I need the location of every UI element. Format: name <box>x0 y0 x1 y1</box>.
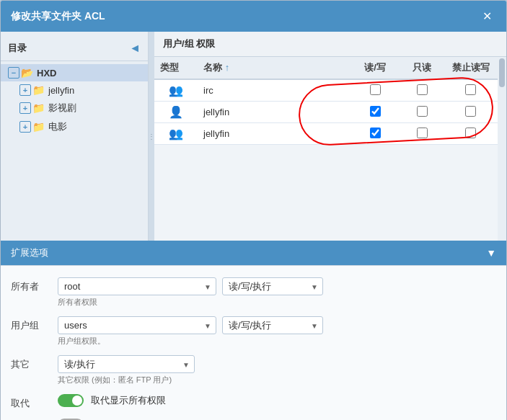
sidebar: 目录 ◄ − 📂 HXD + 📁 jellyfin + 📁 影视剧 <box>1 32 149 241</box>
replace-content: 取代显示所有权限 <box>58 394 496 407</box>
name-cell: irc <box>198 79 350 102</box>
scrollbar-thumb[interactable] <box>499 58 505 87</box>
tree-label-hxd: HXD <box>37 68 56 79</box>
nr-cell <box>444 79 498 102</box>
other-select-wrapper: 读/执行 读/写/执行 只读 禁止读写 <box>58 355 195 373</box>
table-row: 👥 irc <box>154 79 498 102</box>
group-permission-select[interactable]: 读/写/执行 读/写 只读 禁止读写 <box>222 316 323 334</box>
expand-icon-jellyfin[interactable]: + <box>19 84 31 96</box>
table-header-row: 类型 名称 ↑ 读/写 只读 禁止读写 <box>154 57 498 79</box>
expand-icon-yingshiju[interactable]: + <box>19 102 31 114</box>
tree-label-jellyfin: jellyfin <box>48 85 74 96</box>
tree-item-jellyfin[interactable]: + 📁 jellyfin <box>12 81 148 99</box>
tree-item-yingshiju[interactable]: + 📁 影视剧 <box>12 99 148 117</box>
ro-checkbox[interactable] <box>417 106 428 117</box>
owner-select[interactable]: root admin jellyfin <box>58 277 216 295</box>
options-section: 所有者 root admin jellyfin 读/写/执行 读/写 <box>1 265 506 420</box>
dialog-title: 修改共享文件夹 ACL <box>11 10 105 23</box>
ro-checkbox[interactable] <box>417 128 428 138</box>
tree-label-dianying: 电影 <box>48 120 67 133</box>
owner-select-row: root admin jellyfin 读/写/执行 读/写 只读 禁止读写 <box>58 277 496 295</box>
type-cell: 👥 <box>154 79 198 102</box>
group-content: users admin jellyfin 读/写/执行 读/写 只读 禁止读写 <box>58 316 496 347</box>
replace-row: 取代 取代显示所有权限 <box>1 390 506 414</box>
group-select-row: users admin jellyfin 读/写/执行 读/写 只读 禁止读写 <box>58 316 496 334</box>
rw-cell <box>350 102 400 123</box>
replace-toggle-label: 取代显示所有权限 <box>91 394 166 407</box>
type-cell: 👥 <box>154 123 198 145</box>
dialog-body: 目录 ◄ − 📂 HXD + 📁 jellyfin + 📁 影视剧 <box>1 32 506 241</box>
expand-icon-hxd[interactable]: − <box>8 67 19 79</box>
rw-cell <box>350 123 400 145</box>
sidebar-toggle-icon[interactable]: ◄ <box>129 42 141 55</box>
modify-acl-dialog: 修改共享文件夹 ACL ✕ 目录 ◄ − 📂 HXD + 📁 jellyfin <box>0 0 507 420</box>
group-label: 用户组 <box>11 316 50 332</box>
group-perm-select-wrapper: 读/写/执行 读/写 只读 禁止读写 <box>222 316 323 334</box>
owner-row: 所有者 root admin jellyfin 读/写/执行 读/写 <box>1 273 506 312</box>
sidebar-header-label: 目录 <box>8 42 27 55</box>
replace-label: 取代 <box>11 394 50 410</box>
group-icon: 👥 <box>169 84 183 97</box>
resize-handle[interactable]: ⋮ <box>149 32 154 241</box>
name-cell: jellyfin <box>198 123 350 145</box>
group-select-wrapper: users admin jellyfin <box>58 316 216 334</box>
type-cell: 👤 <box>154 102 198 123</box>
nr-cell <box>444 123 498 145</box>
folder-icon-jellyfin: 📁 <box>32 84 45 96</box>
scrollbar-track[interactable] <box>498 57 506 241</box>
nr-checkbox[interactable] <box>465 106 476 117</box>
group-sub-label: 用户组权限。 <box>58 336 496 347</box>
group-icon: 👥 <box>169 128 183 140</box>
table-row: 👤 jellyfin <box>154 102 498 123</box>
ro-cell <box>400 79 444 102</box>
close-button[interactable]: ✕ <box>478 8 496 24</box>
tree-label-yingshiju: 影视剧 <box>48 102 76 115</box>
owner-label: 所有者 <box>11 277 50 293</box>
owner-content: root admin jellyfin 读/写/执行 读/写 只读 禁止读写 <box>58 277 496 308</box>
tree-children: + 📁 jellyfin + 📁 影视剧 + 📁 电影 <box>1 81 148 136</box>
right-panel: 用户/组 权限 类型 名称 ↑ 读/写 <box>154 32 506 241</box>
col-read-only: 只读 <box>400 57 444 79</box>
acl-panel-header: 用户/组 权限 <box>154 32 506 57</box>
rw-checkbox[interactable] <box>370 128 381 138</box>
folder-icon-dianying: 📁 <box>32 121 45 133</box>
nr-checkbox[interactable] <box>465 128 476 138</box>
rw-cell <box>350 79 400 102</box>
owner-sub-label: 所有者权限 <box>58 297 496 308</box>
recursive-row: 递归 将权限应用到文件与子文件夹 <box>1 414 506 420</box>
other-select[interactable]: 读/执行 读/写/执行 只读 禁止读写 <box>58 355 195 373</box>
col-name: 名称 ↑ <box>198 57 350 79</box>
group-row: 用户组 users admin jellyfin 读/写/执行 读/写 <box>1 312 506 351</box>
rw-checkbox[interactable] <box>370 84 381 95</box>
rw-checkbox[interactable] <box>370 106 381 117</box>
other-sub-label: 其它权限 (例如：匿名 FTP 用户) <box>58 375 496 385</box>
expand-icon-dianying[interactable]: + <box>19 121 31 133</box>
col-type: 类型 <box>154 57 198 79</box>
nr-checkbox[interactable] <box>465 84 476 95</box>
other-label: 其它 <box>11 355 50 371</box>
ro-checkbox[interactable] <box>417 84 428 95</box>
other-row: 其它 读/执行 读/写/执行 只读 禁止读写 其它权限 (例如：匿名 FTP 用… <box>1 351 506 390</box>
group-select[interactable]: users admin jellyfin <box>58 316 216 334</box>
owner-select-wrapper: root admin jellyfin <box>58 277 216 295</box>
tree-item-dianying[interactable]: + 📁 电影 <box>12 117 148 136</box>
table-row: 👥 jellyfin <box>154 123 498 145</box>
replace-toggle-row: 取代显示所有权限 <box>58 394 496 407</box>
dialog-titlebar: 修改共享文件夹 ACL ✕ <box>1 1 506 32</box>
open-folder-icon-hxd: 📂 <box>21 67 33 79</box>
tree-item-hxd[interactable]: − 📂 HXD <box>1 64 148 81</box>
acl-table: 类型 名称 ↑ 读/写 只读 禁止读写 <box>154 57 498 241</box>
expand-section-label: 扩展选项 <box>11 246 48 259</box>
other-select-row: 读/执行 读/写/执行 只读 禁止读写 <box>58 355 496 373</box>
replace-toggle[interactable] <box>58 394 84 407</box>
col-read-write: 读/写 <box>350 57 400 79</box>
ro-cell <box>400 123 444 145</box>
sidebar-header: 目录 ◄ <box>1 37 148 61</box>
name-cell: jellyfin <box>198 102 350 123</box>
other-content: 读/执行 读/写/执行 只读 禁止读写 其它权限 (例如：匿名 FTP 用户) <box>58 355 496 385</box>
col-no-read: 禁止读写 <box>444 57 498 79</box>
expand-arrow-icon: ▼ <box>486 247 496 259</box>
expand-section[interactable]: 扩展选项 ▼ <box>1 241 506 265</box>
owner-permission-select[interactable]: 读/写/执行 读/写 只读 禁止读写 <box>222 277 323 295</box>
nr-cell <box>444 102 498 123</box>
